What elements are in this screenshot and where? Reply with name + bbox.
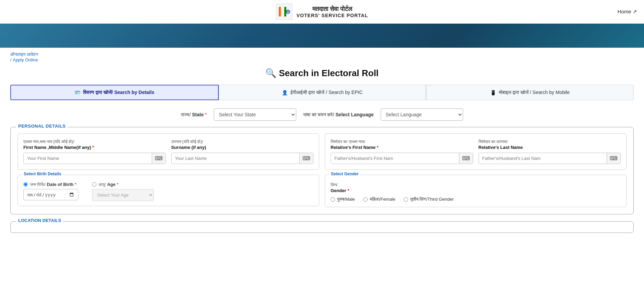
home-label: Home ↗ bbox=[618, 9, 637, 15]
gender-label-hindi: लिंग/ bbox=[331, 183, 621, 187]
name-card: प्रथम नाम,मध्य नाम (यदि कोई हो)/ First N… bbox=[18, 133, 319, 170]
first-name-input-wrapper: ⌨ bbox=[23, 153, 166, 164]
rel-first-name-input-wrapper: ⌨ bbox=[331, 153, 473, 164]
age-radio[interactable] bbox=[92, 182, 96, 187]
rel-last-keyboard-icon[interactable]: ⌨ bbox=[607, 153, 620, 164]
last-name-input[interactable] bbox=[172, 153, 300, 164]
last-name-label-english: Surname (if any) bbox=[171, 145, 314, 150]
gender-section-title: Select Gender bbox=[329, 172, 360, 176]
age-option: आयु/ Age * Select Your Age bbox=[92, 182, 154, 201]
svg-rect-1 bbox=[279, 7, 281, 16]
personal-details-section: PERSONAL DETAILS प्रथम नाम,मध्य नाम (यदि… bbox=[10, 127, 634, 214]
gender-male-radio[interactable] bbox=[331, 197, 335, 202]
tab-mobile-icon: 📱 bbox=[490, 90, 496, 95]
rel-first-label-english: Relative's First Name * bbox=[331, 145, 473, 150]
home-link[interactable]: Home ↗ bbox=[618, 9, 637, 15]
language-select[interactable]: Select Language bbox=[381, 108, 463, 121]
main-content: ऑनलाइन आवेदन / Apply Online 🔍 Search in … bbox=[0, 48, 644, 243]
gender-options: पुरुष/Male महिला/Female तृ bbox=[331, 197, 621, 202]
first-name-label-hindi: प्रथम नाम,मध्य नाम (यदि कोई हो)/ bbox=[23, 139, 166, 144]
tab-search-by-details[interactable]: 🪪 विवरण द्वारा खोजें/ Search by Details bbox=[10, 85, 219, 100]
breadcrumb: ऑनलाइन आवेदन / Apply Online bbox=[10, 48, 634, 65]
first-name-field: प्रथम नाम,मध्य नाम (यदि कोई हो)/ First N… bbox=[23, 139, 166, 164]
tab-search-by-mobile[interactable]: 📱 मोबाइल द्वारा खोजें / Search by Mobile bbox=[426, 85, 634, 100]
rel-last-label-hindi: रिश्तेदार का उपनाम/ bbox=[479, 139, 621, 144]
location-details-section: LOCATION DETAILS bbox=[10, 221, 634, 233]
personal-details-cols: प्रथम नाम,मध्य नाम (यदि कोई हो)/ First N… bbox=[18, 133, 626, 207]
tab-details-label: विवरण द्वारा खोजें/ Search by Details bbox=[83, 90, 154, 95]
gender-label-english: Gender * bbox=[331, 188, 621, 193]
tab-epic-icon: 👤 bbox=[282, 90, 288, 95]
state-filter-label: राज्य/ State * bbox=[181, 112, 207, 118]
last-name-label-hindi: उपनाम (यदि कोई हो)/ bbox=[171, 139, 314, 144]
language-filter-label: भाषा का चयन करे/ Select Language bbox=[303, 112, 374, 118]
filter-row: राज्य/ State * Select Your State भाषा का… bbox=[10, 108, 634, 121]
birth-details-title: Select Birth Details bbox=[22, 172, 63, 176]
names-row: प्रथम नाम,मध्य नाम (यदि कोई हो)/ First N… bbox=[23, 139, 313, 164]
birth-details-section: Select Birth Details जन्म तिथि/ Date of … bbox=[18, 175, 319, 206]
dob-radio[interactable] bbox=[23, 182, 28, 187]
location-details-title: LOCATION DETAILS bbox=[16, 218, 63, 223]
gender-male-option[interactable]: पुरुष/Male bbox=[331, 197, 355, 202]
first-name-input[interactable] bbox=[24, 153, 152, 164]
rel-last-name-input-wrapper: ⌨ bbox=[479, 153, 621, 164]
breadcrumb-english: / Apply Online bbox=[10, 57, 38, 62]
personal-details-title: PERSONAL DETAILS bbox=[16, 124, 68, 129]
gender-section: Select Gender लिंग/ Gender * पुरुष/Male bbox=[325, 175, 626, 207]
relative-first-name-input[interactable] bbox=[331, 153, 459, 164]
first-name-label-english: First Name ,Middle Name(if any) * bbox=[23, 145, 166, 150]
relative-names-row: रिश्तेदार का प्रथम नाम/ Relative's First… bbox=[331, 139, 621, 164]
svg-rect-2 bbox=[281, 7, 284, 16]
name-fields-left: प्रथम नाम,मध्य नाम (यदि कोई हो)/ First N… bbox=[18, 133, 319, 207]
rel-last-label-english: Relative's Last Name bbox=[479, 145, 621, 150]
eci-logo-icon bbox=[276, 3, 292, 20]
rel-first-keyboard-icon[interactable]: ⌨ bbox=[459, 153, 473, 164]
age-select[interactable]: Select Your Age bbox=[92, 189, 154, 201]
last-name-keyboard-icon[interactable]: ⌨ bbox=[299, 153, 313, 164]
page-header: मतदाता सेवा पोर्टल VOTERS' SERVICE PORTA… bbox=[0, 0, 644, 24]
state-select[interactable]: Select Your State bbox=[214, 108, 296, 121]
tab-epic-label: ईपीआईसी द्वारा खोजें / Search by EPIC bbox=[290, 90, 363, 95]
header-title: मतदाता सेवा पोर्टल VOTERS' SERVICE PORTA… bbox=[297, 5, 368, 18]
gender-third-option[interactable]: तृतीय लिंग/Third Gender bbox=[404, 197, 454, 202]
breadcrumb-hindi: ऑनलाइन आवेदन bbox=[10, 52, 38, 57]
dob-input[interactable] bbox=[23, 189, 78, 200]
tab-mobile-label: मोबाइल द्वारा खोजें / Search by Mobile bbox=[499, 90, 570, 95]
relative-last-name-field: रिश्तेदार का उपनाम/ Relative's Last Name… bbox=[479, 139, 621, 164]
dob-radio-label[interactable]: जन्म तिथि/ Date of Birth * bbox=[23, 182, 78, 187]
top-banner bbox=[0, 24, 644, 48]
breadcrumb-link[interactable]: ऑनलाइन आवेदन / Apply Online bbox=[10, 52, 38, 62]
tab-details-icon: 🪪 bbox=[74, 90, 80, 95]
relative-name-card: रिश्तेदार का प्रथम नाम/ Relative's First… bbox=[325, 133, 626, 170]
gender-female-option[interactable]: महिला/Female bbox=[363, 197, 395, 202]
first-name-keyboard-icon[interactable]: ⌨ bbox=[152, 153, 165, 164]
tab-search-by-epic[interactable]: 👤 ईपीआईसी द्वारा खोजें / Search by EPIC bbox=[219, 85, 426, 100]
rel-first-label-hindi: रिश्तेदार का प्रथम नाम/ bbox=[331, 139, 473, 144]
dob-option: जन्म तिथि/ Date of Birth * bbox=[23, 182, 78, 200]
relative-first-name-field: रिश्तेदार का प्रथम नाम/ Relative's First… bbox=[331, 139, 473, 164]
header-title-hindi: मतदाता सेवा पोर्टल bbox=[297, 5, 368, 13]
last-name-input-wrapper: ⌨ bbox=[171, 153, 314, 164]
last-name-field: उपनाम (यदि कोई हो)/ Surname (if any) ⌨ bbox=[171, 139, 314, 164]
gender-third-radio[interactable] bbox=[404, 197, 408, 202]
header-title-english: VOTERS' SERVICE PORTAL bbox=[297, 13, 368, 18]
gender-female-radio[interactable] bbox=[363, 197, 368, 202]
birth-options: जन्म तिथि/ Date of Birth * bbox=[23, 182, 313, 201]
svg-rect-3 bbox=[284, 7, 286, 16]
search-tabs: 🪪 विवरण द्वारा खोजें/ Search by Details … bbox=[10, 85, 634, 100]
logo-container: मतदाता सेवा पोर्टल VOTERS' SERVICE PORTA… bbox=[276, 3, 368, 20]
page-title: 🔍 Search in Electoral Roll bbox=[10, 68, 634, 79]
age-radio-label[interactable]: आयु/ Age * bbox=[92, 182, 154, 187]
name-fields-right: रिश्तेदार का प्रथम नाम/ Relative's First… bbox=[325, 133, 626, 207]
relative-last-name-input[interactable] bbox=[479, 153, 607, 164]
